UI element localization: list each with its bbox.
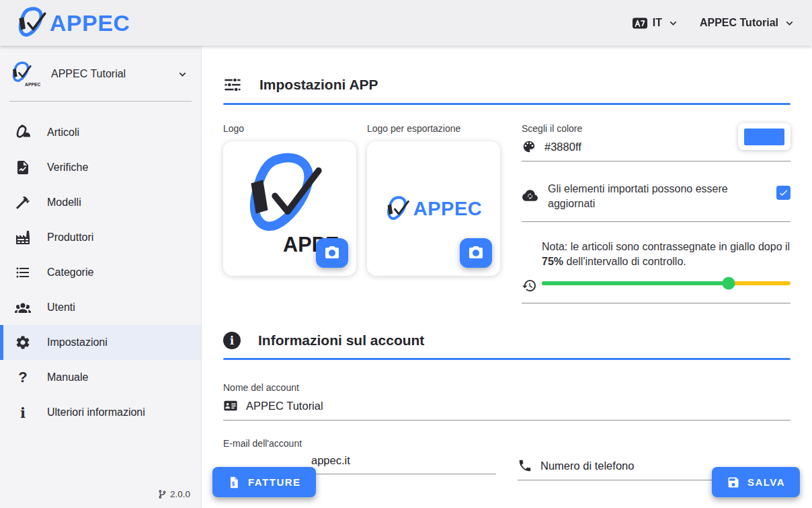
list-icon [15,264,31,281]
chevron-down-icon [176,68,189,81]
interval-setting-row: Nota: le articoli sono contrassegnate in… [522,240,790,303]
color-field-block: Scegli il colore #3880ff [522,123,790,161]
section-header-account: i Informazioni sul account [223,332,790,349]
language-label: IT [653,17,662,29]
sidebar-item-articoli[interactable]: Articoli [0,115,201,150]
interval-percent: 75% [542,256,563,267]
carabiner-logo-icon: APPEC [11,61,40,87]
sidebar-item-label: Verifiche [47,161,88,174]
app-logo[interactable]: APPEC [16,6,130,40]
history-icon [522,278,537,293]
sidebar-item-label: Impostazioni [47,336,108,349]
id-card-icon [223,398,238,413]
sidebar-account-label: APPEC Tutorial [51,68,165,80]
section-rule [223,358,790,360]
document-check-icon [15,159,31,176]
upload-logo-button[interactable] [316,238,348,268]
app-header: APPEC IT APPEC Tutorial [0,0,812,46]
version-number: 2.0.0 [170,489,190,499]
account-email-value: appec.it [223,454,350,467]
carabiner-logo-icon [16,6,47,40]
import-checkbox[interactable] [776,186,790,200]
account-menu-label: APPEC Tutorial [700,17,778,29]
color-swatch [744,129,784,145]
logo-export-label: Logo per esportazione [367,123,500,134]
brand-name: APPEC [50,10,130,36]
sidebar-item-produttori[interactable]: Produttori [0,220,201,255]
sidebar-item-label: Modelli [47,196,81,209]
logo-label: Logo [223,123,356,134]
check-icon [778,188,788,198]
sliders-icon [223,75,242,94]
import-setting-text: Gli elementi importati possono essere ag… [548,182,767,211]
sidebar-item-label: Manuale [47,371,88,384]
svg-text:$: $ [232,480,236,487]
account-menu[interactable]: APPEC Tutorial [700,17,796,30]
section-rule [223,103,790,105]
logo-export-block: Logo per esportazione APPEC [367,123,500,303]
interval-slider[interactable] [542,277,790,289]
logo-card: APPEC [223,141,356,276]
sidebar-item-modelli[interactable]: Modelli [0,185,201,220]
sidebar-account-selector[interactable]: APPEC APPEC Tutorial [0,46,201,87]
translate-icon [632,16,648,30]
logo-block: Logo APPEC [223,123,356,303]
interval-note: Nota: le articoli sono contrassegnate in… [542,240,790,269]
sidebar-item-label: Utenti [47,301,75,314]
language-selector[interactable]: IT [632,16,680,30]
settings-page: Impostazioni APP Logo APPEC [202,46,812,508]
gear-icon [15,334,31,351]
account-email-label: E-mail dell'account [223,438,496,449]
phone-placeholder: Numero di telefono [540,460,634,472]
sidebar-item-ulteriori-informazioni[interactable]: i Ulteriori informazioni [0,395,201,430]
question-icon: ? [15,369,31,386]
invoice-icon: $ [227,476,241,489]
hammer-icon [15,194,31,211]
color-value: #3880ff [544,141,581,153]
info-icon: i [15,404,31,421]
sidebar-nav: Articoli Verifiche Modelli [0,115,201,430]
sidebar-item-verifiche[interactable]: Verifiche [0,150,201,185]
page-title: Impostazioni APP [259,77,378,93]
app-version: 2.0.0 [157,489,190,499]
palette-icon [522,139,536,154]
sidebar-item-label: Produttori [47,231,93,244]
sidebar: APPEC APPEC Tutorial Articoli [0,46,202,508]
phone-icon [518,458,532,473]
sidebar-item-label: Categorie [47,266,93,279]
sidebar-item-categorie[interactable]: Categorie [0,255,201,290]
color-preview-card[interactable] [738,123,790,150]
logo-export-card: APPEC [367,141,500,276]
info-circle-icon: i [223,332,241,349]
camera-sync-icon [324,245,340,261]
camera-sync-icon [468,245,484,261]
chevron-down-icon [783,17,796,30]
upload-export-logo-button[interactable] [460,238,492,268]
sidebar-divider [9,101,192,102]
factory-icon [15,229,31,246]
import-setting-row: Gli elementi importati possono essere ag… [522,182,790,222]
account-section-title: Informazioni sul account [258,332,424,349]
account-name-field[interactable]: APPEC Tutorial [223,398,790,421]
users-icon [15,299,31,316]
git-branch-icon [157,489,167,499]
svg-text:APPEC: APPEC [25,82,40,87]
sidebar-item-label: Ulteriori informazioni [47,406,145,419]
account-name-value: APPEC Tutorial [246,400,323,412]
account-name-block: Nome del account APPEC Tutorial [223,382,790,421]
cloud-sync-icon [522,187,538,204]
salva-button[interactable]: SALVA [712,467,800,497]
account-name-label: Nome del account [223,382,790,393]
climbing-gear-icon [15,124,31,141]
sidebar-item-impostazioni[interactable]: Impostazioni [0,325,201,360]
sidebar-item-manuale[interactable]: ? Manuale [0,360,201,395]
slider-thumb[interactable] [722,277,735,290]
section-header-app: Impostazioni APP [223,75,790,94]
fatture-button[interactable]: $ FATTURE [212,467,316,497]
slider-fill [542,281,729,285]
chevron-down-icon [667,17,680,30]
sidebar-item-utenti[interactable]: Utenti [0,290,201,325]
sidebar-item-label: Articoli [47,126,79,139]
save-icon [727,476,740,489]
